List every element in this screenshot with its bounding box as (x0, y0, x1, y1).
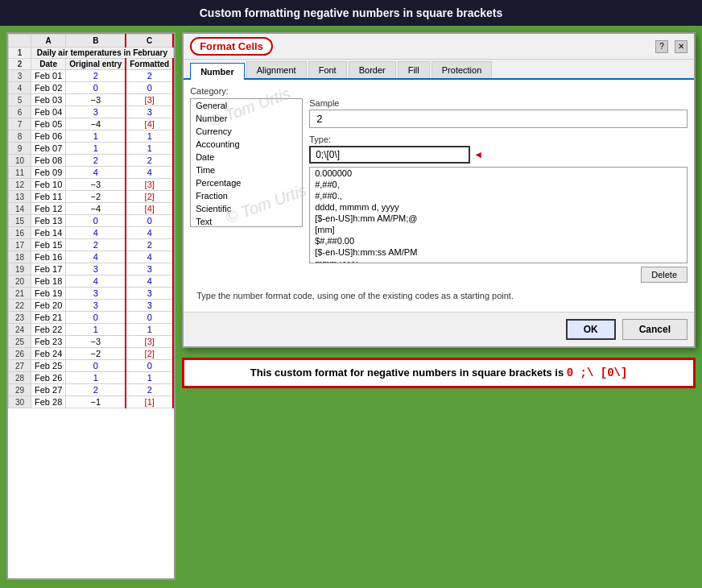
table-row: 27Feb 2500 (9, 360, 174, 372)
category-item[interactable]: Date (191, 151, 302, 164)
format-item[interactable]: [mm] (310, 224, 687, 235)
row-num: 9 (9, 143, 31, 155)
cell-date: Feb 28 (31, 396, 66, 408)
category-item[interactable]: Fraction (191, 189, 302, 202)
cell-formatted: 1 (126, 143, 173, 155)
cell-formatted: [2] (126, 348, 173, 360)
format-item[interactable]: #,##0, (310, 179, 687, 190)
format-item[interactable]: [$-en-US]h:mm:ss AM/PM (310, 246, 687, 258)
delete-button[interactable]: Delete (641, 267, 688, 283)
table-row: 17Feb 1522 (9, 239, 174, 251)
cell-original: −2 (66, 348, 126, 360)
format-item[interactable]: $#,##0.00 (310, 235, 687, 246)
cell-date: Feb 14 (31, 227, 66, 239)
table-row: 28Feb 2611 (9, 372, 174, 384)
cell-date: Feb 25 (31, 360, 66, 372)
cell-date: Feb 26 (31, 372, 66, 384)
col-original-header: Original entry (66, 59, 126, 70)
category-item[interactable]: Scientific (191, 202, 302, 215)
row-num: 25 (9, 336, 31, 348)
cell-original: 1 (66, 130, 126, 143)
cell-date: Feb 12 (31, 203, 66, 215)
category-item[interactable]: Currency (191, 125, 302, 138)
tab-fill[interactable]: Fill (398, 61, 430, 78)
dialog-body: Category: GeneralNumberCurrencyAccountin… (184, 80, 694, 312)
cell-date: Feb 04 (31, 106, 66, 118)
cell-formatted: 3 (126, 288, 173, 300)
cell-date: Feb 15 (31, 239, 66, 251)
row-num: 27 (9, 360, 31, 372)
cell-original: 3 (66, 106, 126, 118)
cell-original: 4 (66, 227, 126, 239)
cell-date: Feb 13 (31, 215, 66, 227)
format-item[interactable]: dddd, mmmm d, yyyy (310, 201, 687, 213)
cell-original: −3 (66, 336, 126, 348)
table-row: 6Feb 0433 (9, 106, 174, 118)
tab-font[interactable]: Font (308, 61, 347, 78)
cell-formatted: 0 (126, 312, 173, 324)
table-row: 24Feb 2211 (9, 324, 174, 336)
cell-formatted: [2] (126, 191, 173, 203)
category-item[interactable]: Percentage (191, 176, 302, 189)
cell-formatted: 4 (126, 227, 173, 239)
table-row: 14Feb 12−4[4] (9, 203, 174, 215)
cell-date: Feb 07 (31, 143, 66, 155)
cell-original: 2 (66, 384, 126, 396)
table-row: 12Feb 10−3[3] (9, 179, 174, 191)
table-row: 11Feb 0944 (9, 167, 174, 179)
cell-date: Feb 27 (31, 384, 66, 396)
tab-number[interactable]: Number (190, 63, 245, 80)
cell-date: Feb 19 (31, 288, 66, 300)
cell-formatted: 4 (126, 251, 173, 263)
arrow-1: ◄ (473, 149, 483, 160)
cell-date: Feb 01 (31, 70, 66, 82)
cell-date: Feb 06 (31, 130, 66, 143)
cell-formatted: 4 (126, 275, 173, 288)
row-num-2: 2 (9, 59, 31, 70)
format-item[interactable]: 0.000000 (310, 168, 687, 179)
format-item[interactable]: [$-en-US]h:mm AM/PM;@ (310, 213, 687, 224)
category-item[interactable]: Accounting (191, 138, 302, 151)
row-num: 29 (9, 384, 31, 396)
row-num: 21 (9, 288, 31, 300)
help-button[interactable]: ? (655, 40, 668, 53)
cell-date: Feb 24 (31, 348, 66, 360)
cell-date: Feb 09 (31, 167, 66, 179)
tab-border[interactable]: Border (349, 61, 396, 78)
cancel-button[interactable]: Cancel (622, 319, 688, 340)
format-item[interactable]: mmm-yyyy (310, 258, 687, 263)
close-button[interactable]: ✕ (675, 40, 688, 53)
category-list[interactable]: GeneralNumberCurrencyAccountingDateTimeP… (190, 98, 303, 227)
row-num: 8 (9, 130, 31, 143)
col-date-header: Date (31, 59, 66, 70)
table-row: 5Feb 03−3[3] (9, 94, 174, 106)
cell-original: 0 (66, 82, 126, 94)
category-item[interactable]: General (191, 99, 302, 112)
spreadsheet-container: A B C 1 Daily air temperatures in Februa… (6, 32, 176, 580)
hint-text: Type the number format code, using one o… (190, 286, 688, 305)
cell-date: Feb 08 (31, 155, 66, 167)
cell-formatted: [3] (126, 94, 173, 106)
cell-date: Feb 21 (31, 312, 66, 324)
table-row: 4Feb 0200 (9, 82, 174, 94)
table-row: 13Feb 11−2[2] (9, 191, 174, 203)
spreadsheet: A B C 1 Daily air temperatures in Februa… (8, 34, 174, 408)
row-num: 14 (9, 203, 31, 215)
format-list[interactable]: 0.000000#,##0,#,##0.,dddd, mmmm d, yyyy[… (309, 167, 688, 263)
category-label: Category: (190, 86, 688, 96)
category-item[interactable]: Number (191, 112, 302, 125)
ok-button[interactable]: OK (566, 319, 616, 340)
sheet-title: Daily air temperatures in February (31, 48, 174, 59)
category-item[interactable]: Text (191, 215, 302, 227)
table-row: 20Feb 1844 (9, 275, 174, 288)
cell-original: 1 (66, 143, 126, 155)
cell-original: 2 (66, 70, 126, 82)
type-input[interactable] (309, 146, 470, 164)
tab-protection[interactable]: Protection (432, 61, 493, 78)
format-item[interactable]: #,##0., (310, 190, 687, 201)
cell-original: 0 (66, 215, 126, 227)
category-item[interactable]: Time (191, 164, 302, 176)
format-cells-dialog: © Tom Urtis © Tom Urtis Format Cells ? ✕… (182, 32, 696, 348)
dialog-header: Format Cells ? ✕ (184, 34, 694, 60)
tab-alignment[interactable]: Alignment (246, 61, 307, 78)
